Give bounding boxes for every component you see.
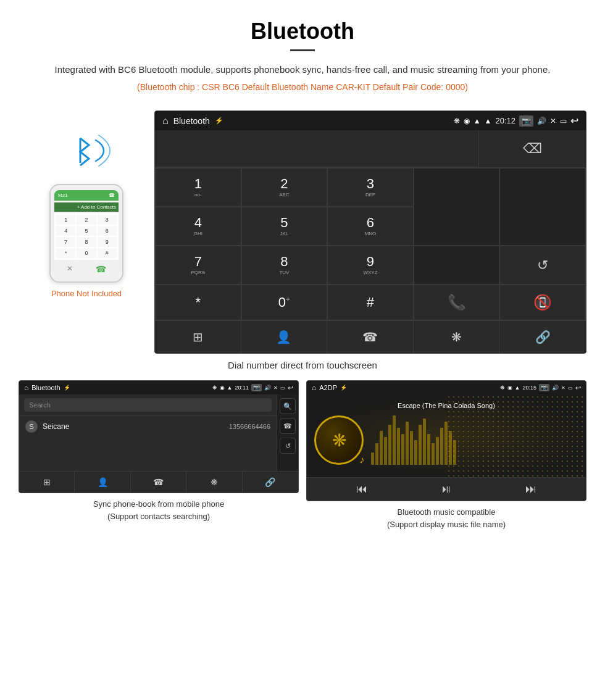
phonebook-main: Search S Seicane 13566664466	[19, 394, 277, 471]
pb-link-btn[interactable]: 🔗	[243, 472, 298, 493]
bottom-screens: ⌂ Bluetooth ⚡ ❋ ◉ ▲ 20:11 📷 🔊 ✕ ▭ ↩	[0, 380, 605, 543]
pb-back-icon[interactable]: ↩	[288, 384, 293, 392]
key-3[interactable]: 3DEF	[327, 168, 414, 207]
camera-icon[interactable]: 📷	[519, 115, 533, 127]
ms-rect-icon[interactable]: ▭	[568, 385, 573, 391]
wifi-icon: ▲	[485, 117, 492, 125]
search-bar[interactable]: Search	[24, 398, 272, 412]
action-empty-1	[414, 168, 500, 246]
music-inner: Escape (The Pina Colada Song) ❋ ♪	[307, 394, 586, 477]
key-8[interactable]: 8TUV	[241, 246, 328, 285]
ms-cam-icon[interactable]: 📷	[539, 384, 549, 391]
music-art-area: ❋ ♪	[314, 415, 578, 465]
pb-cam-icon[interactable]: 📷	[251, 384, 262, 391]
key-6[interactable]: 6MNO	[327, 207, 414, 246]
key-star[interactable]: *	[155, 285, 241, 320]
hangup-button[interactable]: 📵	[499, 285, 586, 320]
search-placeholder: Search	[29, 401, 51, 409]
dial-bottom-bar: ⊞ 👤 ☎ ❋ 🔗	[155, 320, 586, 353]
pb-dialpad-btn[interactable]: ⊞	[19, 472, 75, 493]
prev-button[interactable]: ⏮	[356, 483, 367, 496]
ms-app-name: A2DP	[319, 384, 337, 391]
main-caption: Dial number direct from touchscreen	[0, 360, 605, 370]
ms-close-icon[interactable]: ✕	[561, 385, 565, 391]
key-hash[interactable]: #	[327, 285, 414, 320]
refresh-side-icon-img: ↺	[285, 442, 291, 450]
eq-bar	[427, 434, 430, 465]
key-1[interactable]: 1oo-	[155, 168, 241, 207]
pb-bt-btn[interactable]: ❋	[186, 472, 242, 493]
eq-bar	[436, 437, 439, 465]
eq-bar	[423, 419, 426, 465]
dial-display[interactable]	[155, 130, 478, 167]
backspace-button[interactable]: ⌫	[478, 130, 586, 167]
next-button[interactable]: ⏭	[525, 483, 536, 496]
phonebook-body: Search S Seicane 13566664466 🔍 ☎ ↺	[19, 394, 298, 471]
pb-signal-icon: ▲	[227, 385, 233, 391]
phone-dial-grid: 123 456 789 *0#	[54, 213, 119, 260]
dialpad-icon: ⊞	[193, 330, 203, 344]
key-2[interactable]: 2ABC	[241, 168, 328, 207]
phone-not-included-label: Phone Not Included	[51, 289, 122, 298]
ms-home-icon[interactable]: ⌂	[312, 383, 316, 392]
call-side-icon[interactable]: ☎	[280, 418, 296, 434]
link-button[interactable]: 🔗	[499, 321, 586, 353]
song-title: Escape (The Pina Colada Song)	[398, 402, 495, 409]
pb-close-icon[interactable]: ✕	[273, 385, 278, 391]
search-side-icon[interactable]: 🔍	[280, 398, 296, 414]
title-divider	[290, 49, 315, 51]
contacts-button[interactable]: 👤	[241, 321, 328, 353]
phonebook-empty-space	[19, 437, 277, 471]
eq-bar	[371, 452, 374, 465]
phonebook-caption: Sync phone-book from mobile phone(Suppor…	[93, 498, 224, 522]
refresh-side-icon[interactable]: ↺	[280, 438, 296, 454]
backspace-icon: ⌫	[523, 141, 542, 157]
page-specs: (Bluetooth chip : CSR BC6 Default Blueto…	[37, 82, 568, 92]
search-icon: 🔍	[283, 402, 292, 410]
dialpad-button[interactable]: ⊞	[155, 321, 241, 353]
action-refresh[interactable]: ↺	[499, 246, 586, 285]
phone-top-bar: M21 ☎	[54, 190, 119, 201]
key-7[interactable]: 7PQRS	[155, 246, 241, 285]
bluetooth-icon: ❋	[451, 330, 462, 344]
pb-time: 20:11	[235, 385, 249, 391]
signal-icon: ▲	[474, 117, 481, 125]
eq-bar	[375, 443, 378, 465]
ms-bt-icon: ❋	[500, 385, 505, 391]
pb-vol-icon[interactable]: 🔊	[264, 385, 271, 391]
key-0[interactable]: 0+	[241, 285, 328, 320]
close-icon[interactable]: ✕	[550, 117, 556, 125]
call-button[interactable]: 📞	[414, 285, 500, 320]
pb-phone-btn[interactable]: ☎	[131, 472, 186, 493]
window-icon[interactable]: ▭	[560, 117, 567, 125]
phonebook-side-icons: 🔍 ☎ ↺	[277, 394, 298, 471]
ms-usb-icon: ⚡	[340, 385, 347, 391]
ms-back-icon[interactable]: ↩	[575, 384, 581, 392]
ms-vol-icon[interactable]: 🔊	[552, 385, 559, 391]
album-art: ❋ ♪	[314, 415, 364, 465]
phone-mockup: M21 ☎ + Add to Contacts 123 456 789 *0# …	[49, 184, 123, 283]
phonebook-statusbar: ⌂ Bluetooth ⚡ ❋ ◉ ▲ 20:11 📷 🔊 ✕ ▭ ↩	[19, 381, 298, 394]
ms-statusbar-right: ❋ ◉ ▲ 20:15 📷 🔊 ✕ ▭ ↩	[500, 384, 581, 392]
eq-bar	[384, 437, 387, 465]
key-9[interactable]: 9WXYZ	[327, 246, 414, 285]
contact-name: Seicane	[43, 422, 229, 431]
key-5[interactable]: 5JKL	[241, 207, 328, 246]
page-title: Bluetooth	[37, 19, 568, 44]
key-4[interactable]: 4GHI	[155, 207, 241, 246]
statusbar-right: ❋ ◉ ▲ ▲ 20:12 📷 🔊 ✕ ▭ ↩	[454, 115, 578, 127]
bluetooth-wave-area	[62, 129, 111, 175]
call-side-icon-img: ☎	[283, 422, 292, 430]
volume-icon[interactable]: 🔊	[537, 117, 546, 125]
phone-side: M21 ☎ + Add to Contacts 123 456 789 *0# …	[19, 110, 154, 298]
pb-rect-icon[interactable]: ▭	[280, 385, 285, 391]
pb-home-icon[interactable]: ⌂	[24, 383, 28, 392]
play-pause-button[interactable]: ⏯	[441, 483, 452, 496]
pb-contacts-btn[interactable]: 👤	[75, 472, 130, 493]
phone-button[interactable]: ☎	[327, 321, 414, 353]
home-icon[interactable]: ⌂	[162, 115, 169, 127]
bluetooth-button[interactable]: ❋	[414, 321, 500, 353]
back-icon[interactable]: ↩	[570, 115, 578, 127]
contact-row[interactable]: S Seicane 13566664466	[19, 415, 277, 437]
eq-bar	[453, 440, 456, 465]
